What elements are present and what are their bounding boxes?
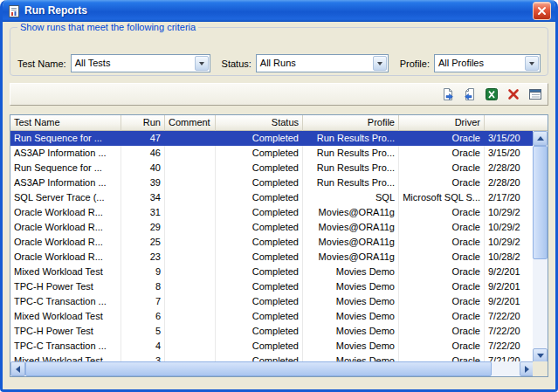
profile-combo[interactable]: All Profiles	[434, 54, 541, 72]
cell-status: Completed	[216, 309, 303, 324]
toolbar	[10, 83, 548, 106]
arrow-left-icon	[16, 366, 20, 373]
scroll-up-button[interactable]	[533, 131, 548, 146]
toolbar-icons	[440, 84, 543, 105]
cell-comment	[165, 309, 216, 324]
cell-date: 3/15/20	[485, 146, 534, 161]
column-header-run[interactable]: Run	[121, 115, 165, 131]
cell-comment	[165, 220, 216, 235]
table-row[interactable]: SQL Server Trace (...34CompletedSQLMicro…	[10, 190, 534, 205]
cell-driver: Oracle	[399, 205, 485, 220]
column-header-profile[interactable]: Profile	[303, 115, 399, 131]
cell-driver: Oracle	[399, 146, 485, 161]
chevron-down-icon[interactable]	[373, 56, 387, 71]
cell-date: 10/29/2	[485, 220, 534, 235]
test-name-combo[interactable]: All Tests	[71, 54, 210, 72]
window-title: Run Reports	[24, 4, 87, 17]
cell-status: Completed	[216, 161, 303, 175]
cell-comment	[165, 146, 216, 161]
horizontal-scroll-thumb[interactable]	[25, 361, 492, 376]
cell-name: Oracle Workload R...	[10, 220, 121, 235]
scrollbar-corner	[533, 361, 548, 376]
cell-status: Completed	[216, 324, 303, 339]
chevron-down-icon[interactable]	[525, 56, 539, 71]
vertical-scroll-thumb[interactable]	[533, 146, 548, 259]
cell-driver: Oracle	[399, 279, 485, 294]
cell-name: AS3AP Information ...	[10, 146, 121, 161]
table-row[interactable]: TPC-H Power Test5CompletedMovies DemoOra…	[10, 324, 534, 339]
cell-name: Mixed Workload Test	[10, 265, 121, 279]
cell-profile: Movies@ORA11g	[303, 220, 399, 235]
arrow-right-icon	[525, 366, 529, 373]
chevron-down-icon[interactable]	[195, 56, 209, 71]
status-value: All Runs	[257, 55, 388, 72]
arrow-down-icon	[537, 354, 544, 358]
table-row[interactable]: AS3AP Information ...46CompletedRun Resu…	[10, 146, 534, 161]
column-header-status[interactable]: Status	[216, 115, 303, 131]
column-header-comment[interactable]: Comment	[165, 115, 216, 131]
cell-profile: SQL	[303, 190, 399, 205]
table-row[interactable]: TPC-C Transaction ...4CompletedMovies De…	[10, 339, 534, 354]
dialog-body: Show runs that meet the following criter…	[3, 22, 555, 389]
table-row[interactable]: TPC-H Power Test8CompletedMovies DemoOra…	[10, 279, 534, 294]
horizontal-scrollbar[interactable]	[10, 361, 534, 376]
delete-run-icon[interactable]	[506, 86, 521, 102]
cell-profile: Run Results Pro...	[303, 131, 399, 146]
vertical-scrollbar[interactable]	[533, 131, 548, 363]
cell-status: Completed	[216, 235, 303, 250]
column-header-driver[interactable]: Driver	[399, 115, 485, 131]
cell-profile: Movies Demo	[303, 339, 399, 354]
table-row[interactable]: Mixed Workload Test6CompletedMovies Demo…	[10, 309, 534, 324]
cell-driver: Oracle	[399, 175, 485, 190]
cell-driver: Oracle	[399, 339, 485, 354]
cell-status: Completed	[216, 294, 303, 309]
cell-driver: Oracle	[399, 235, 485, 250]
cell-run: 6	[121, 309, 165, 324]
cell-date: 9/2/201	[485, 279, 534, 294]
cell-driver: Microsoft SQL S...	[399, 190, 485, 205]
report-window-icon[interactable]	[527, 86, 543, 102]
table-row[interactable]: Mixed Workload Test9CompletedMovies Demo…	[10, 265, 534, 279]
close-icon	[537, 6, 547, 16]
table-row[interactable]: Oracle Workload R...29CompletedMovies@OR…	[10, 220, 534, 235]
cell-run: 46	[121, 146, 165, 161]
table-row[interactable]: Oracle Workload R...25CompletedMovies@OR…	[10, 235, 534, 250]
table-row[interactable]: Run Sequence for ...40CompletedRun Resul…	[10, 161, 534, 175]
cell-date: 10/29/2	[485, 235, 534, 250]
column-header-date	[485, 115, 534, 131]
profile-label: Profile:	[400, 58, 430, 69]
scroll-left-button[interactable]	[10, 361, 25, 376]
table-row[interactable]: AS3AP Information ...39CompletedRun Resu…	[10, 175, 534, 190]
status-field: Status: All Runs	[222, 54, 389, 72]
cell-profile: Run Results Pro...	[303, 175, 399, 190]
import-report-icon[interactable]	[462, 86, 478, 102]
test-name-label: Test Name:	[17, 58, 66, 69]
cell-name: SQL Server Trace (...	[10, 190, 121, 205]
cell-status: Completed	[216, 205, 303, 220]
cell-status: Completed	[216, 250, 303, 265]
status-combo[interactable]: All Runs	[256, 54, 389, 72]
cell-driver: Oracle	[399, 131, 485, 146]
table-row[interactable]: TPC-C Transaction ...7CompletedMovies De…	[10, 294, 534, 309]
cell-run: 5	[121, 324, 165, 339]
cell-status: Completed	[216, 265, 303, 279]
cell-comment	[165, 205, 216, 220]
cell-driver: Oracle	[399, 265, 485, 279]
close-button[interactable]	[533, 2, 551, 20]
titlebar[interactable]: Run Reports	[3, 0, 555, 22]
column-header-name[interactable]: Test Name	[10, 115, 121, 131]
cell-name: Oracle Workload R...	[10, 235, 121, 250]
table-row[interactable]: Oracle Workload R...31CompletedMovies@OR…	[10, 205, 534, 220]
cell-run: 29	[121, 220, 165, 235]
cell-status: Completed	[216, 220, 303, 235]
cell-comment	[165, 235, 216, 250]
export-report-icon[interactable]	[440, 86, 456, 102]
cell-profile: Run Results Pro...	[303, 146, 399, 161]
cell-date: 9/2/201	[485, 294, 534, 309]
table-row[interactable]: Run Sequence for ...47CompletedRun Resul…	[10, 131, 534, 146]
excel-export-icon[interactable]	[484, 86, 499, 102]
cell-driver: Oracle	[399, 250, 485, 265]
cell-run: 25	[121, 235, 165, 250]
cell-status: Completed	[216, 131, 303, 146]
table-row[interactable]: Oracle Workload R...23CompletedMovies@OR…	[10, 250, 534, 265]
